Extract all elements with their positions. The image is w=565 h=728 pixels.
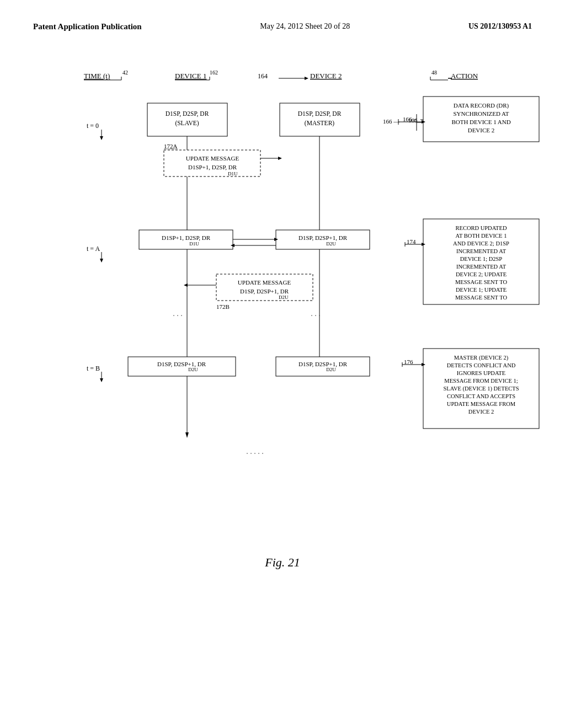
device2-ta-sub: D2U bbox=[326, 241, 336, 247]
action-ta-l6: INCREMENTED AT bbox=[456, 264, 507, 270]
device1-t0-line2: (SLAVE) bbox=[175, 120, 199, 127]
diagram-svg: TIME (t) 42 DEVICE 1 162 164 DEVICE 2 48… bbox=[67, 48, 553, 544]
action-ta-l2: AT BOTH DEVICE 1 bbox=[456, 233, 507, 239]
device1-ta-line1: D1SP+1, D2SP, DR bbox=[162, 234, 211, 241]
update-msg-bot-l1: UPDATE MESSAGE bbox=[238, 279, 291, 286]
time-tb: t = B bbox=[87, 365, 100, 372]
device2-t0-line1: D1SP, D2SP, DR bbox=[298, 110, 342, 117]
svg-marker-33 bbox=[184, 283, 188, 287]
action-top-l3: BOTH DEVICE 1 AND bbox=[451, 119, 510, 125]
update-msg-top-l2: D1SP+1, D2SP, DR bbox=[188, 164, 237, 170]
action-tb-l5: SLAVE (DEVICE 1) DETECTS bbox=[443, 386, 519, 392]
svg-marker-43 bbox=[185, 432, 189, 438]
dots2: · · · bbox=[311, 312, 321, 320]
ref-174: 174 bbox=[407, 238, 416, 245]
device2-ta-line1: D1SP, D2SP+1, DR bbox=[299, 234, 348, 241]
action-tb-l4: MESSAGE FROM DEVICE 1; bbox=[444, 378, 518, 384]
device2-tb-sub: D2U bbox=[326, 367, 336, 372]
action-ta-l1: RECORD UPDATED bbox=[455, 225, 507, 231]
ref-176: 176 bbox=[404, 358, 413, 365]
device1-ta-sub: D1U bbox=[189, 241, 199, 247]
svg-rect-13 bbox=[164, 150, 260, 176]
action-ref: 48 bbox=[431, 69, 437, 76]
ref-166-label: 166 ⌐ bbox=[403, 116, 417, 122]
update-msg-bot-l2: D1SP, D2SP+1, DR bbox=[240, 288, 289, 295]
page-header: Patent Application Publication May 24, 2… bbox=[0, 0, 565, 31]
action-ta-l5: DEVICE 1; D2SP bbox=[460, 256, 503, 262]
patent-number: US 2012/130953 A1 bbox=[468, 22, 532, 31]
device2-t0-line2: (MASTER) bbox=[305, 120, 334, 127]
publication-title: Patent Application Publication bbox=[33, 22, 142, 31]
dots1: · · · bbox=[173, 312, 183, 320]
action-ta-l8: MESSAGE SENT TO bbox=[455, 279, 507, 285]
device2-label: DEVICE 2 bbox=[310, 72, 342, 80]
ref-172b: 172B bbox=[216, 303, 230, 310]
time-t0: t = 0 bbox=[87, 122, 99, 130]
diagram-area: TIME (t) 42 DEVICE 1 162 164 DEVICE 2 48… bbox=[67, 48, 553, 544]
time-ta: t = A bbox=[87, 245, 100, 253]
action-tb-l6: CONFLICT AND ACCEPTS bbox=[447, 393, 515, 399]
svg-marker-4 bbox=[100, 136, 103, 140]
time-ref: 42 bbox=[122, 69, 128, 76]
action-tb-l2: DETECTS CONFLICT AND bbox=[447, 362, 516, 368]
device2-arrow-ref: 164 bbox=[258, 72, 268, 80]
device1-tb-sub: D2U bbox=[188, 367, 198, 372]
action-ta-l4: INCREMENTED AT bbox=[456, 248, 507, 254]
sheet-info: May 24, 2012 Sheet 20 of 28 bbox=[260, 22, 350, 31]
update-msg-bot-sub: D2U bbox=[279, 295, 289, 300]
action-ta-l7: DEVICE 2; UPDATE bbox=[456, 271, 507, 277]
svg-marker-1 bbox=[305, 77, 308, 80]
update-msg-top-l1: UPDATE MESSAGE bbox=[186, 155, 239, 162]
action-ta-l10: MESSAGE SENT TO bbox=[455, 295, 507, 301]
device1-ref: 162 bbox=[210, 69, 218, 76]
action-ta-l9: DEVICE 1; UPDATE bbox=[456, 287, 507, 293]
action-top-l1: DATA RECORD (DR) bbox=[454, 102, 509, 109]
action-tb-l8: DEVICE 2 bbox=[468, 409, 494, 415]
svg-marker-16 bbox=[278, 157, 282, 160]
action-top-l2: SYNCHRONIZED AT bbox=[453, 110, 509, 117]
device1-tb-l1: D1SP, D2SP+1, DR bbox=[157, 361, 206, 367]
device1-label: DEVICE 1 bbox=[175, 72, 206, 80]
action-tb-l7: UPDATE MESSAGE FROM bbox=[447, 401, 516, 407]
action-tb-l1: MASTER (DEVICE 2) bbox=[454, 355, 509, 361]
svg-marker-35 bbox=[100, 378, 103, 382]
action-top-l4: DEVICE 2 bbox=[468, 127, 495, 133]
action-label: ACTION bbox=[451, 72, 478, 80]
figure-caption: Fig. 21 bbox=[0, 555, 565, 570]
svg-rect-31 bbox=[216, 274, 313, 301]
dots3: · · · · · bbox=[246, 449, 264, 458]
action-ta-l3: AND DEVICE 2; D1SP bbox=[453, 240, 509, 247]
update-msg-top-sub: D1U bbox=[228, 171, 238, 176]
ref-172a: 172A bbox=[164, 143, 178, 149]
device2-tb-l1: D1SP, D2SP+1, DR bbox=[299, 361, 348, 367]
device1-t0-line1: D1SP, D2SP, DR bbox=[166, 110, 209, 117]
page: Patent Application Publication May 24, 2… bbox=[0, 0, 565, 728]
action-tb-l3: IGNORES UPDATE bbox=[457, 370, 505, 376]
ref-166-text: 166 — bbox=[383, 118, 400, 125]
time-label: TIME (t) bbox=[84, 72, 110, 80]
svg-marker-18 bbox=[100, 259, 103, 263]
